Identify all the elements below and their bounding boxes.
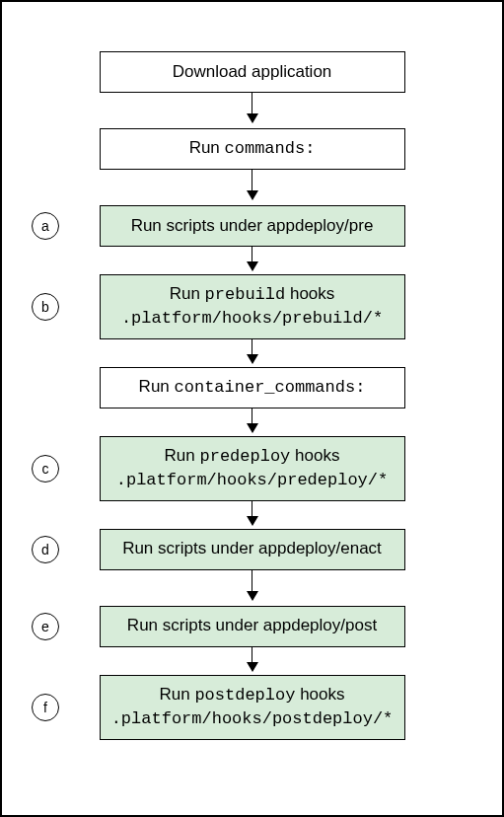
arrow-down-icon [247,339,258,367]
step-text-line: .platform/hooks/postdeploy/* [111,707,394,731]
flow-row: Run commands: [2,128,502,170]
step-text-line: .platform/hooks/prebuild/* [121,307,383,331]
plain-text: Download application [173,62,332,81]
step-text-line: Download application [173,61,332,84]
flow-row: bRun prebuild hooks.platform/hooks/prebu… [2,274,502,339]
plain-text: hooks [290,446,339,465]
step-text-line: Run scripts under appdeploy/pre [131,215,374,238]
step-label-circle: b [32,293,59,321]
arrow-down-icon [247,647,258,675]
step-box: Run scripts under appdeploy/enact [100,529,405,570]
step-box: Run container_commands: [100,367,405,408]
step-box: Run scripts under appdeploy/pre [100,205,405,247]
flow-row: Download application [2,51,502,93]
step-box: Run commands: [100,128,405,170]
step-box: Run prebuild hooks.platform/hooks/prebui… [100,274,405,339]
step-box: Run scripts under appdeploy/post [100,606,405,647]
step-label-circle: e [32,613,59,640]
plain-text: Run [170,284,205,303]
flow-row: dRun scripts under appdeploy/enact [2,529,502,570]
code-text: prebuild [205,285,286,304]
plain-text: hooks [285,284,334,303]
flow-row: fRun postdeploy hooks.platform/hooks/pos… [2,675,502,740]
flow-column: Download applicationRun commands:aRun sc… [2,51,502,740]
step-box: Run postdeploy hooks.platform/hooks/post… [100,675,405,740]
plain-text: hooks [295,685,344,704]
code-text: .platform/hooks/postdeploy/* [111,709,394,728]
step-text-line: Run container_commands: [139,376,366,400]
code-text: container_commands: [175,378,366,397]
code-text: .platform/hooks/predeploy/* [116,471,388,489]
arrow-down-icon [247,93,258,128]
plain-text: Run [165,446,200,465]
arrow-down-icon [247,170,258,205]
code-text: postdeploy [194,686,295,705]
step-text-line: Run predeploy hooks [165,445,340,469]
step-label-circle: a [32,212,59,240]
arrow-down-icon [247,408,258,436]
arrow-down-icon [247,247,258,274]
plain-text: Run scripts under appdeploy/enact [122,539,382,557]
code-text: predeploy [200,447,291,466]
step-label-circle: c [32,455,59,483]
code-text: commands: [225,139,316,158]
step-text-line: Run scripts under appdeploy/enact [122,538,382,560]
step-text-line: Run postdeploy hooks [159,684,344,707]
plain-text: Run [159,685,194,704]
step-text-line: Run scripts under appdeploy/post [127,615,377,637]
flow-row: aRun scripts under appdeploy/pre [2,205,502,247]
step-text-line: Run prebuild hooks [170,283,335,307]
flow-row: cRun predeploy hooks.platform/hooks/pred… [2,436,502,501]
arrow-down-icon [247,501,258,529]
plain-text: Run scripts under appdeploy/post [127,616,377,634]
code-text: .platform/hooks/prebuild/* [121,309,383,328]
flow-row: eRun scripts under appdeploy/post [2,606,502,647]
plain-text: Run [139,377,175,396]
step-box: Run predeploy hooks.platform/hooks/prede… [100,436,405,501]
step-label-circle: d [32,536,59,563]
step-label-circle: f [32,694,59,721]
plain-text: Run scripts under appdeploy/pre [131,216,374,235]
arrow-down-icon [247,570,258,606]
diagram-canvas: Download applicationRun commands:aRun sc… [0,0,504,817]
step-text-line: .platform/hooks/predeploy/* [116,469,388,492]
flow-row: Run container_commands: [2,367,502,408]
step-text-line: Run commands: [189,137,316,161]
plain-text: Run [189,138,225,157]
step-box: Download application [100,51,405,93]
